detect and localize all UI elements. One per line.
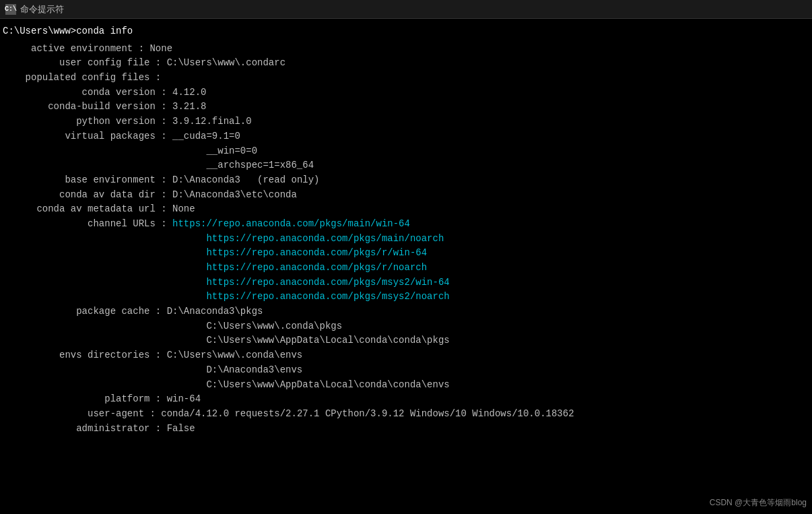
terminal-line: active environment : None — [3, 42, 809, 57]
terminal-line: C:\Users\www\AppData\Local\conda\conda\p… — [3, 333, 809, 348]
terminal-line: virtual packages : __cuda=9.1=0 — [3, 129, 809, 144]
terminal-line: https://repo.anaconda.com/pkgs/msys2/win… — [3, 276, 809, 290]
terminal-line: __win=0=0 — [3, 144, 809, 159]
terminal-line: conda version : 4.12.0 — [3, 86, 809, 100]
terminal-line: user-agent : conda/4.12.0 requests/2.27.… — [3, 407, 809, 422]
terminal-line: C:\Users\www\AppData\Local\conda\conda\e… — [3, 378, 809, 393]
terminal-line: base environment : D:\Anaconda3 (read on… — [3, 173, 809, 188]
terminal-icon: C:\ — [5, 4, 16, 15]
terminal-line: https://repo.anaconda.com/pkgs/r/win-64 — [3, 246, 809, 261]
terminal-window: C:\Users\www>conda info active environme… — [0, 19, 812, 514]
terminal-line: conda-build version : 3.21.8 — [3, 100, 809, 115]
terminal-line: __archspec=1=x86_64 — [3, 158, 809, 173]
title-bar: C:\ 命令提示符 — [0, 0, 812, 19]
terminal-line: https://repo.anaconda.com/pkgs/r/noarch — [3, 261, 809, 276]
terminal-line: C:\Users\www\.conda\pkgs — [3, 319, 809, 334]
terminal-line: platform : win-64 — [3, 392, 809, 407]
command-line: C:\Users\www>conda info — [3, 24, 809, 39]
terminal-line: https://repo.anaconda.com/pkgs/main/noar… — [3, 232, 809, 247]
terminal-line: envs directories : C:\Users\www\.conda\e… — [3, 348, 809, 363]
terminal-line: user config file : C:\Users\www\.condarc — [3, 56, 809, 71]
terminal-output: active environment : None user config fi… — [3, 42, 809, 437]
terminal-line: conda av data dir : D:\Anaconda3\etc\con… — [3, 188, 809, 203]
terminal-line: package cache : D:\Anaconda3\pkgs — [3, 304, 809, 319]
terminal-line: D:\Anaconda3\envs — [3, 363, 809, 378]
terminal-line: https://repo.anaconda.com/pkgs/msys2/noa… — [3, 290, 809, 304]
terminal-line: channel URLs : https://repo.anaconda.com… — [3, 217, 809, 232]
terminal-line: administrator : False — [3, 422, 809, 437]
terminal-line: populated config files : — [3, 71, 809, 86]
title-bar-label: 命令提示符 — [20, 3, 64, 15]
terminal-line: conda av metadata url : None — [3, 202, 809, 217]
watermark: CSDN @大青色等烟雨blog — [710, 497, 807, 509]
terminal-line: python version : 3.9.12.final.0 — [3, 115, 809, 129]
